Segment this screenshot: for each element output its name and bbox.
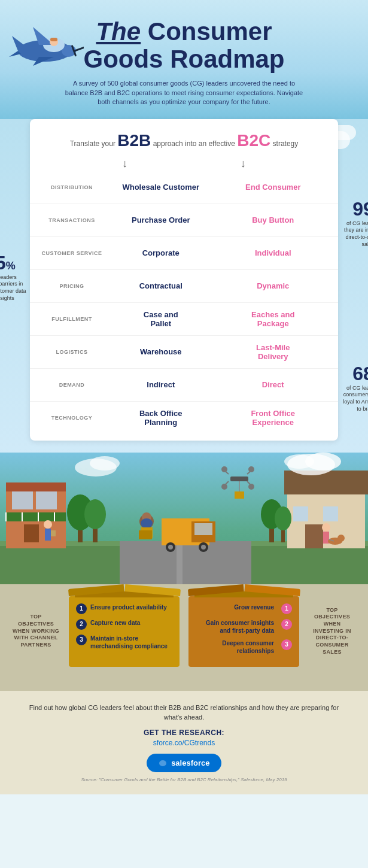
footer-text: Find out how global CG leaders feel abou… [24, 703, 344, 723]
svg-rect-50 [139, 530, 152, 539]
row-b2b-value: Purchase Order [105, 216, 217, 224]
row-b2c-value: Individual [217, 248, 330, 257]
stat-55: 55% of CG leaders perceive barriers in t… [0, 252, 27, 302]
objective-num: 2 [281, 619, 292, 630]
svg-point-65 [221, 484, 227, 490]
intro-text: Translate your [70, 139, 115, 148]
row-b2c-value: Last-MileDelivery [217, 343, 330, 361]
objective-num: 1 [281, 603, 292, 614]
row-label: TECHNOLOGY [39, 415, 105, 421]
svg-rect-24 [36, 491, 57, 509]
table-row: DEMAND Indirect Direct 68% of CG leaders… [30, 369, 338, 402]
row-label: CUSTOMER SERVICE [39, 250, 105, 256]
svg-point-51 [44, 520, 52, 529]
header-section: The ConsumerGoods Roadmap A survey of 50… [0, 0, 368, 119]
stat-68: 68% of CG leaders say consumers are more… [341, 363, 368, 413]
svg-rect-23 [12, 491, 33, 509]
svg-rect-69 [235, 491, 244, 499]
svg-rect-59 [230, 477, 248, 481]
left-objective-1: 1 Ensure product availability [76, 603, 172, 614]
arrows-row: ↓ ↓ [30, 156, 338, 171]
stat-68-text: of CG leaders say consumers are more loy… [341, 385, 368, 413]
svg-point-74 [90, 456, 120, 471]
stat-99-text: of CG leaders say they are investing in … [341, 220, 368, 248]
right-objective-3: Deepen consumer relationships 3 [196, 639, 292, 655]
b2c-label: B2C [237, 131, 270, 150]
svg-point-57 [337, 535, 345, 542]
row-b2b-value: Corporate [105, 248, 217, 257]
bottom-section: TOP OBJECTIVES WHEN WORKING WITH CHANNEL… [0, 584, 368, 691]
row-label: LOGISTICS [39, 349, 105, 355]
row-label: PRICING [39, 283, 105, 289]
svg-rect-30 [305, 524, 323, 548]
svg-rect-41 [194, 523, 212, 535]
svg-marker-18 [6, 512, 66, 521]
salesforce-logo: salesforce [147, 754, 222, 772]
svg-point-43 [168, 545, 173, 550]
table-row: TECHNOLOGY Back OfficePlanning Front Off… [30, 402, 338, 435]
row-b2c-value: End Consumer [217, 183, 330, 192]
svg-rect-14 [120, 541, 251, 584]
row-label: TRANSACTIONS [39, 217, 105, 223]
svg-point-72 [284, 454, 314, 469]
row-b2b-value: Contractual [105, 281, 217, 290]
objective-num: 2 [76, 619, 87, 630]
row-label: DISTRIBUTION [39, 184, 105, 190]
table-row: PRICING Contractual Dynamic 55% of CG le… [30, 270, 338, 303]
objective-text: Ensure product availability [90, 603, 167, 611]
row-b2c-value: Eaches andPackage [217, 310, 330, 328]
row-b2b-value: Case andPallet [105, 310, 217, 328]
svg-point-45 [201, 545, 206, 550]
table-row: FULFILLMENT Case andPallet Eaches andPac… [30, 303, 338, 336]
svg-rect-15 [177, 542, 183, 584]
left-objectives-box: 1 Ensure product availability 2 Capture … [69, 596, 180, 667]
svg-rect-25 [24, 524, 39, 542]
row-b2b-value: Wholesale Customer [105, 183, 217, 192]
row-b2b-value: Indirect [105, 380, 217, 389]
footer-section: Find out how global CG leaders feel abou… [0, 691, 368, 794]
scene-illustration [0, 453, 368, 584]
footer-link[interactable]: sforce.co/CGtrends [153, 739, 215, 747]
comparison-table: Translate your B2B approach into an effe… [30, 119, 338, 441]
left-objective-2: 2 Capture new data [76, 619, 172, 630]
row-b2c-value: Dynamic [217, 281, 330, 290]
row-label: FULFILLMENT [39, 316, 105, 322]
footer-cta: GET THE RESEARCH: [24, 729, 344, 737]
objective-num: 1 [76, 603, 87, 614]
strategy-text: strategy [273, 139, 299, 148]
svg-point-38 [275, 506, 291, 530]
row-b2b-value: Back OfficePlanning [105, 409, 217, 427]
stat-55-number: 55% [0, 252, 27, 274]
stat-99: 99% of CG leaders say they are investing… [341, 198, 368, 248]
svg-point-63 [248, 466, 254, 472]
source-text: Source: "Consumer Goods and the Battle f… [24, 777, 344, 782]
b2c-arrow: ↓ [241, 157, 246, 170]
svg-rect-28 [293, 506, 308, 521]
objective-text: Capture new data [90, 619, 140, 627]
svg-point-75 [159, 760, 166, 766]
objective-num: 3 [281, 639, 292, 650]
approach-text: approach into an effective [153, 139, 235, 148]
main-section: Translate your B2B approach into an effe… [0, 119, 368, 453]
objective-text: Grow revenue [234, 603, 274, 611]
svg-point-67 [248, 484, 254, 490]
row-b2c-value: Buy Button [217, 216, 330, 224]
svg-rect-53 [51, 530, 56, 536]
svg-point-34 [84, 499, 106, 529]
right-objective-2: Gain consumer insights and first-party d… [196, 619, 292, 635]
plane-illustration [6, 18, 84, 80]
right-objectives-box: Grow revenue 1 Gain consumer insights an… [188, 596, 299, 667]
svg-point-54 [322, 523, 330, 532]
objectives-container: TOP OBJECTIVES WHEN WORKING WITH CHANNEL… [12, 596, 356, 667]
svg-point-61 [221, 466, 227, 472]
row-b2b-value: Warehouse [105, 347, 217, 356]
right-objective-1: Grow revenue 1 [196, 603, 292, 614]
table-row: CUSTOMER SERVICE Corporate Individual [30, 237, 338, 270]
svg-marker-27 [284, 471, 368, 494]
stat-99-number: 99% [341, 198, 368, 220]
row-b2c-value: Front OfficeExperience [217, 409, 330, 427]
row-label: DEMAND [39, 382, 105, 388]
svg-rect-29 [323, 506, 338, 521]
left-objective-3: 3 Maintain in-store merchandising compli… [76, 635, 172, 650]
table-row: LOGISTICS Warehouse Last-MileDelivery [30, 336, 338, 369]
